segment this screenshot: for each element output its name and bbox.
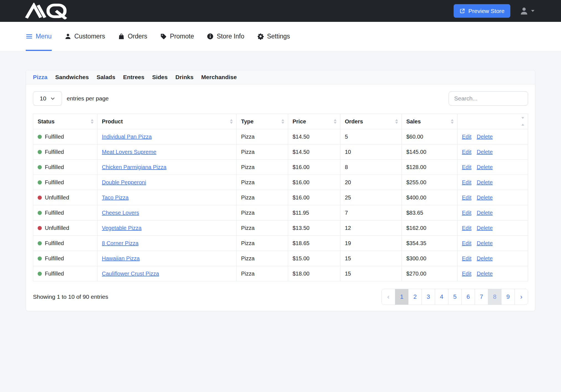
pagination-page-4[interactable]: 4 [435,289,448,305]
row-action-edit[interactable]: Edit [462,240,471,246]
row-action-delete[interactable]: Delete [477,134,493,140]
search-input[interactable] [449,91,528,106]
fulfilled-dot-icon [38,180,42,185]
tab-drinks[interactable]: Drinks [175,74,193,81]
col-header-sales[interactable]: Sales [402,114,457,129]
row-action-delete[interactable]: Delete [477,271,493,277]
row-action-edit[interactable]: Edit [462,134,471,140]
tag-icon [160,33,167,40]
col-header-status[interactable]: Status [33,114,97,129]
row-action-edit[interactable]: Edit [462,179,471,185]
row-action-edit[interactable]: Edit [462,164,471,170]
row-action-delete[interactable]: Delete [477,179,493,185]
type-cell: Pizza [237,251,288,266]
sales-cell: $128.00 [402,160,457,175]
row-action-delete[interactable]: Delete [477,194,493,201]
table-row: FulfilledHawaiian PizzaPizza$15.0015$300… [33,251,528,266]
type-cell: Pizza [237,175,288,190]
pagination-page-6[interactable]: 6 [461,289,475,305]
product-link[interactable]: Taco Pizza [102,194,129,201]
tab-salads[interactable]: Salads [97,74,115,81]
pagination-page-8[interactable]: 8 [488,289,501,305]
tab-sandwiches[interactable]: Sandwiches [55,74,89,81]
table-row: FulfilledCheese LoversPizza$11.957$83.65… [33,205,528,220]
pagination-page-5[interactable]: 5 [448,289,461,305]
row-action-delete[interactable]: Delete [477,225,493,231]
status-text: Unfulfilled [45,194,69,201]
status-text: Fulfilled [45,164,64,170]
row-action-delete[interactable]: Delete [477,149,493,155]
table-row: FulfilledDouble PepperoniPizza$16.0020$2… [33,175,528,190]
col-header-price[interactable]: Price [288,114,340,129]
product-link[interactable]: Meat Lovers Supreme [102,149,156,155]
preview-store-button[interactable]: Preview Store [454,4,510,18]
col-header-product[interactable]: Product [97,114,237,129]
sales-cell: $145.00 [402,144,457,160]
tab-pizza[interactable]: Pizza [33,74,48,81]
status-text: Fulfilled [45,210,64,216]
product-link[interactable]: Chicken Parmigiana Pizza [102,164,166,170]
product-link[interactable]: Hawaiian Pizza [102,255,140,261]
row-action-delete[interactable]: Delete [477,240,493,246]
pagination-page-7[interactable]: 7 [475,289,488,305]
row-action-edit[interactable]: Edit [462,149,471,155]
nav-item-settings[interactable]: Settings [257,22,290,51]
product-link[interactable]: Cauliflower Crust Pizza [102,271,159,277]
product-link[interactable]: Individual Pan Pizza [102,134,152,140]
nav-item-label: Menu [36,33,52,40]
pagination-page-9[interactable]: 9 [501,289,515,305]
fulfilled-dot-icon [38,256,42,261]
status-badge: Fulfilled [38,134,64,140]
price-cell: $18.65 [288,236,340,251]
column-label: Product [102,118,123,124]
tab-entrees[interactable]: Entrees [123,74,144,81]
account-menu[interactable] [519,6,534,15]
status-badge: Fulfilled [38,271,64,277]
nav-item-promote[interactable]: Promote [160,22,194,51]
product-link[interactable]: Vegetable Pizza [102,225,141,231]
sales-cell: $255.00 [402,175,457,190]
status-badge: Fulfilled [38,210,64,216]
status-text: Unfulfilled [45,225,69,231]
fulfilled-dot-icon [38,272,42,276]
entries-per-page-select[interactable]: 10 [33,91,62,106]
status-badge: Fulfilled [38,179,64,185]
pagination-next-button[interactable]: › [515,289,528,305]
sort-icon [230,119,233,124]
row-action-delete[interactable]: Delete [477,164,493,170]
pagination-page-3[interactable]: 3 [422,289,435,305]
product-link[interactable]: Cheese Lovers [102,210,139,216]
col-header-actions[interactable] [457,114,528,129]
table-row: Fulfilled8 Corner PizzaPizza$18.6519$354… [33,236,528,251]
col-header-orders[interactable]: Orders [340,114,402,129]
status-badge: Fulfilled [38,164,64,170]
row-action-delete[interactable]: Delete [477,210,493,216]
row-action-edit[interactable]: Edit [462,271,471,277]
nav-item-menu[interactable]: Menu [26,22,52,51]
row-action-edit[interactable]: Edit [462,225,471,231]
tab-sides[interactable]: Sides [152,74,168,81]
row-action-delete[interactable]: Delete [477,255,493,261]
pagination-prev-button[interactable]: ‹ [382,289,395,305]
external-link-icon [459,8,465,14]
nav-item-customers[interactable]: Customers [64,22,105,51]
row-action-edit[interactable]: Edit [462,255,471,261]
column-label: Sales [406,118,421,124]
pagination-page-1[interactable]: 1 [395,289,408,305]
column-label: Orders [345,118,363,124]
table-footer: Showing 1 to 10 of 90 entries ‹123456789… [33,289,528,305]
col-header-type[interactable]: Type [237,114,288,129]
pagination-page-2[interactable]: 2 [408,289,422,305]
tab-merchandise[interactable]: Merchandise [201,74,237,81]
nav-item-orders[interactable]: Orders [118,22,147,51]
product-link[interactable]: Double Pepperoni [102,179,146,185]
nav-item-store-info[interactable]: Store Info [207,22,244,51]
row-action-edit[interactable]: Edit [462,194,471,201]
product-link[interactable]: 8 Corner Pizza [102,240,138,246]
price-cell: $16.00 [288,190,340,205]
orders-cell: 8 [340,160,402,175]
orders-cell: 12 [340,220,402,236]
sort-icon [281,119,284,124]
row-action-edit[interactable]: Edit [462,210,471,216]
status-badge: Fulfilled [38,240,64,246]
